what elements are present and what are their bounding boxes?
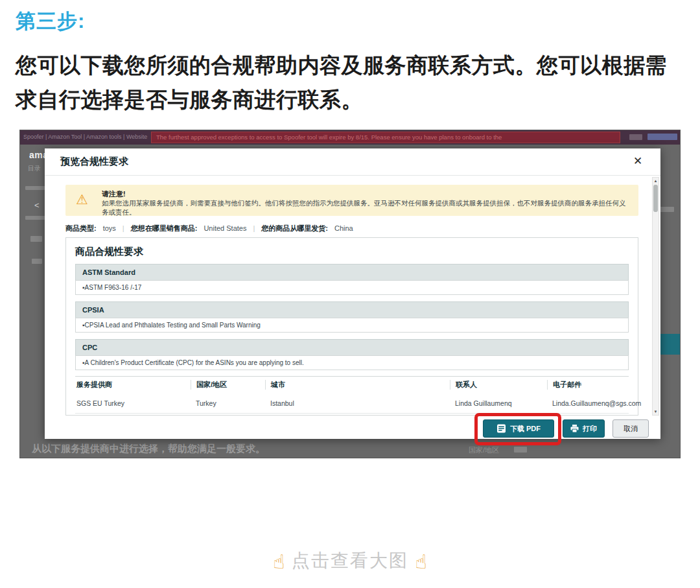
- topbar-breadcrumb: Spoofer | Amazon Tool | Amazon tools | W…: [23, 134, 147, 140]
- scrollbar-thumb[interactable]: [653, 185, 658, 212]
- table-row: SGS EU Turkey Turkey Istanbul Linda Guil…: [75, 393, 629, 414]
- sidebar-blur-4: [32, 259, 42, 264]
- printer-icon: [570, 425, 579, 432]
- modal-scrollbar[interactable]: ▲ ▼: [652, 177, 659, 416]
- requirements-panel: 商品合规性要求 ASTM Standard ▪ASTM F963-16 /-17…: [65, 237, 638, 416]
- requirement-body: ▪CPSIA Lead and Phthalates Testing and S…: [75, 318, 629, 333]
- warning-triangle-icon: ⚠: [76, 193, 88, 206]
- download-pdf-button[interactable]: 下载 PDF: [483, 419, 554, 438]
- warning-body: 如果您选用某家服务提供商，则需要直接与他们签约。他们将按照您的指示为您提供服务。…: [102, 199, 628, 217]
- screenshot-frame: Spoofer | Amazon Tool | Amazon tools | W…: [19, 130, 681, 458]
- requirement-header: ASTM Standard: [75, 264, 629, 280]
- requirement-astm: ASTM Standard ▪ASTM F963-16 /-17: [75, 264, 629, 295]
- provider-country: Turkey: [191, 399, 265, 407]
- col-provider: 服务提供商: [75, 380, 191, 390]
- requirement-body: ▪ASTM F963-16 /-17: [75, 280, 629, 295]
- back-chevron-icon[interactable]: <: [34, 200, 40, 210]
- caption-text[interactable]: 点击查看大图: [288, 550, 412, 570]
- background-helper-text: 从以下服务提供商中进行选择，帮助您满足一般要求。: [32, 443, 265, 455]
- col-city: 城市: [265, 380, 450, 390]
- provider-city: Istanbul: [265, 399, 450, 407]
- close-icon[interactable]: ✕: [633, 154, 642, 168]
- requirements-section-title: 商品合规性要求: [75, 246, 143, 258]
- print-label: 打印: [583, 424, 597, 434]
- col-contact: 联系人: [450, 380, 547, 390]
- divider: |: [253, 224, 255, 232]
- sidebar-blur-3: [30, 236, 42, 242]
- table-header-row: 服务提供商 国家/地区 城市 联系人 电子邮件: [75, 376, 629, 393]
- warning-box: ⚠ 请注意! 如果您选用某家服务提供商，则需要直接与他们签约。他们将按照您的指示…: [65, 185, 638, 216]
- requirement-header: CPC: [75, 339, 629, 355]
- divider: |: [122, 224, 124, 232]
- topbar-link-chip: [648, 134, 677, 140]
- sell-where-label: 您想在哪里销售商品:: [131, 224, 198, 233]
- pdf-file-icon: [496, 424, 506, 433]
- pointing-up-hand-icon: ☝: [415, 551, 426, 572]
- requirement-cpsia: CPSIA ▪CPSIA Lead and Phthalates Testing…: [75, 301, 629, 333]
- browser-topbar: Spoofer | Amazon Tool | Amazon tools | W…: [20, 130, 681, 145]
- modal-title: 预览合规性要求: [60, 156, 128, 168]
- ship-from-value: China: [334, 224, 353, 232]
- scroll-down-icon[interactable]: ▼: [653, 408, 659, 415]
- ship-from-label: 您的商品从哪里发货:: [261, 224, 328, 233]
- expiry-warning-banner: The furthest approved exceptions to acce…: [151, 132, 620, 143]
- cancel-button[interactable]: 取消: [612, 419, 649, 438]
- compliance-preview-modal: 预览合规性要求 ✕ ⚠ 请注意! 如果您选用某家服务提供商，则需要直接与他们签约…: [45, 148, 660, 439]
- scroll-up-icon[interactable]: ▲: [653, 178, 659, 184]
- product-type-label: 商品类型:: [65, 224, 97, 233]
- warning-title: 请注意!: [102, 189, 126, 199]
- background-city-blur: [514, 447, 527, 453]
- provider-contact: Linda Guillaumenq: [450, 399, 547, 407]
- col-email: 电子邮件: [547, 380, 629, 390]
- pointing-up-hand-icon: ☝: [273, 551, 285, 572]
- provider-email: Linda.Guillaumenq@sgs.com: [547, 399, 629, 407]
- print-button[interactable]: 打印: [563, 419, 605, 438]
- step-title: 第三步:: [16, 8, 85, 35]
- providers-table: 服务提供商 国家/地区 城市 联系人 电子邮件 SGS EU Turkey Tu…: [75, 376, 629, 414]
- provider-name: SGS EU Turkey: [75, 399, 191, 407]
- download-pdf-label: 下载 PDF: [510, 424, 541, 434]
- topbar-help-chip: [629, 134, 642, 140]
- col-country: 国家/地区: [191, 380, 265, 390]
- product-info-row: 商品类型: toys | 您想在哪里销售商品: United States | …: [65, 223, 353, 233]
- sell-where-value: United States: [204, 224, 246, 232]
- background-region-label: 国家/地区: [469, 445, 499, 455]
- modal-header: [45, 148, 660, 176]
- requirement-header: CPSIA: [75, 301, 629, 318]
- background-teal-button: [660, 334, 681, 355]
- cancel-label: 取消: [624, 424, 638, 434]
- requirement-cpc: CPC ▪A Children's Product Certificate (C…: [75, 339, 629, 370]
- step-description: 您可以下载您所须的合规帮助内容及服务商联系方式。您可以根据需求自行选择是否与服务…: [16, 48, 673, 117]
- sidebar-item-catalog[interactable]: 目录: [28, 164, 41, 173]
- caption: ☝ 点击查看大图 ☝: [0, 548, 700, 573]
- requirement-body: ▪A Children's Product Certificate (CPC) …: [75, 355, 629, 370]
- product-type-value: toys: [103, 224, 116, 232]
